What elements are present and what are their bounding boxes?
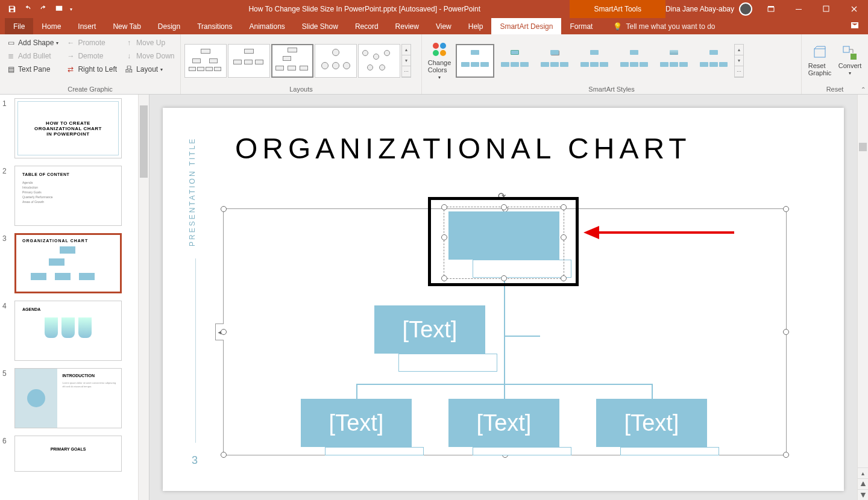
close-button[interactable] [840,0,868,18]
style-option-6[interactable] [655,44,693,78]
tab-view[interactable]: View [427,18,460,34]
change-colors-icon [431,41,448,58]
share-button[interactable] [850,20,868,32]
tab-slide-show[interactable]: Slide Show [294,18,347,34]
org-child-sub-2[interactable] [473,447,571,455]
add-shape-button[interactable]: ▭Add Shape▾ [4,37,61,49]
group-reset: Reset Graphic Convert▾ Reset [802,34,868,94]
layout-option-5[interactable] [358,44,400,78]
right-to-left-button[interactable]: ⇄Right to Left [63,63,119,75]
style-option-3[interactable] [535,44,574,78]
reset-graphic-button[interactable]: Reset Graphic [806,37,834,84]
next-slide-button[interactable]: ⯆ [858,489,868,500]
convert-icon [842,45,858,61]
org-child-box-3[interactable]: [Text] [596,399,707,447]
down-icon: ↓ [124,51,134,61]
layout-button[interactable]: 品Layout▾ [122,63,177,75]
vertical-scrollbar[interactable]: ▴ ⯅ ⯆ [857,95,868,500]
tell-me-search[interactable]: 💡 Tell me what you want to do [601,22,715,31]
tab-transitions[interactable]: Transitions [189,18,241,34]
tab-home[interactable]: Home [33,18,69,34]
ribbon-display-options[interactable] [757,0,785,18]
resize-handle[interactable] [221,329,227,335]
change-colors-button[interactable]: Change Colors▾ [426,41,453,80]
bullet-icon: ≣ [6,51,16,61]
slide-thumbnail-6[interactable]: PRIMARY GOALS [14,436,122,472]
convert-button[interactable]: Convert▾ [836,37,864,84]
tab-record[interactable]: Record [347,18,387,34]
slide-thumbnail-4[interactable]: AGENDA [14,301,122,361]
svg-point-6 [433,50,439,56]
add-bullet-button: ≣Add Bullet [4,50,61,62]
title-bar: ▾ How To Change Slide Size In PowerPoint… [0,0,868,18]
style-option-4[interactable] [575,44,614,78]
tab-animations[interactable]: Animations [241,18,293,34]
svg-rect-8 [814,49,825,57]
org-assistant-box[interactable]: [Text] [374,305,485,354]
org-child-sub-3[interactable] [620,447,719,455]
redo-button[interactable] [36,2,51,16]
org-child-box-2[interactable]: [Text] [448,399,559,447]
group-label-styles: SmartArt Styles [426,84,797,93]
resize-handle[interactable] [783,329,789,335]
resize-handle[interactable] [783,206,789,212]
resize-handle[interactable] [221,206,227,212]
start-from-beginning-button[interactable] [52,2,66,16]
minimize-button[interactable] [785,0,813,18]
text-pane-button[interactable]: ▤Text Pane [4,63,61,75]
org-child-box-1[interactable]: [Text] [301,399,412,447]
tab-help[interactable]: Help [460,18,492,34]
thumbnail-scrollbar[interactable] [138,95,149,500]
save-button[interactable] [5,2,19,16]
user-avatar[interactable] [739,2,752,16]
resize-handle[interactable] [221,452,227,458]
document-title: How To Change Slide Size In PowerPoint.p… [75,5,570,13]
slide-canvas[interactable]: PRESENTATION TITLE 3 ORGANIZATIONAL CHAR… [163,108,844,491]
org-child-sub-1[interactable] [325,447,424,455]
group-create-graphic: ▭Add Shape▾ ≣Add Bullet ▤Text Pane ←Prom… [0,34,181,94]
qat-dropdown[interactable]: ▾ [68,2,75,16]
layout-option-1[interactable] [184,44,227,78]
slide-thumbnail-3-selected[interactable]: ORGANIZATIONAL CHART [14,233,122,293]
tab-new-tab[interactable]: New Tab [104,18,149,34]
tab-file[interactable]: File [5,18,33,34]
tab-format[interactable]: Format [561,18,601,34]
text-pane-icon: ▤ [6,64,16,74]
layout-option-2[interactable] [228,44,270,78]
group-label-create-graphic: Create Graphic [4,84,177,93]
svg-point-7 [440,50,446,56]
layouts-more[interactable]: ▴▾⋯ [401,44,411,78]
slide-thumbnail-5[interactable]: INTRODUCTION Lorem ipsum dolor sit amet … [14,368,122,428]
layout-option-4[interactable] [315,44,357,78]
styles-more[interactable]: ▴▾⋯ [734,44,744,78]
tab-insert[interactable]: Insert [69,18,104,34]
resize-handle[interactable] [783,452,789,458]
layout-option-3-selected[interactable] [271,44,313,78]
style-option-7[interactable] [694,44,733,78]
scrollbar-thumb[interactable] [859,143,867,151]
prev-slide-button[interactable]: ⯅ [858,478,868,489]
tab-smartart-design[interactable]: SmartArt Design [491,18,561,34]
slide-title[interactable]: ORGANIZATIONAL CHART [235,132,691,165]
svg-rect-9 [843,46,849,52]
style-option-2[interactable] [495,44,534,78]
tab-design[interactable]: Design [149,18,189,34]
org-assistant-sub[interactable] [398,354,497,372]
maximize-button[interactable] [813,0,840,18]
undo-button[interactable] [20,2,35,16]
tab-review[interactable]: Review [387,18,427,34]
annotation-highlight-box [428,197,579,286]
slide-page-number: 3 [192,454,198,467]
slide-thumbnail-2[interactable]: TABLE OF CONTENT Agenda Introduction Pri… [14,166,122,226]
slide-thumbnail-1[interactable]: HOW TO CREATE ORGANIZATIONAL CHART IN PO… [14,98,122,158]
style-option-1-selected[interactable] [456,44,494,78]
contextual-tab-label: SmartArt Tools [570,0,665,18]
up-icon: ↑ [124,38,134,48]
collapse-ribbon-button[interactable]: ⌃ [861,86,866,93]
scrollbar-handle[interactable] [140,105,148,178]
scroll-up-button[interactable]: ▴ [858,467,868,478]
style-option-5[interactable] [615,44,653,78]
slide-thumbnail-panel: 1 HOW TO CREATE ORGANIZATIONAL CHART IN … [0,95,149,500]
user-area: Dina Jane Abay-abay [665,2,757,16]
group-layouts: ▴▾⋯ Layouts [181,34,422,94]
